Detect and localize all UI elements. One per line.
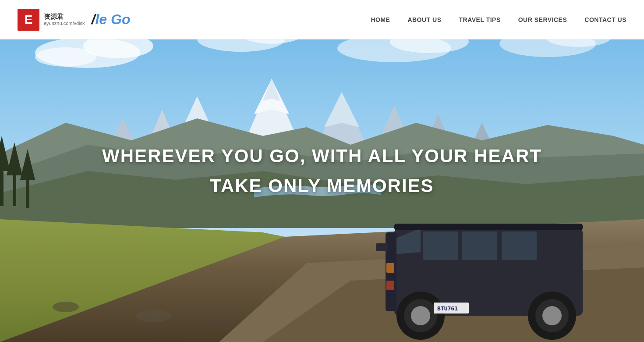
hero-line1: WHEREVER YOU GO, WITH ALL YOUR HEART: [102, 146, 542, 167]
svg-point-49: [411, 306, 430, 325]
nav-travel-tips[interactable]: TRAVEL TIPS: [459, 16, 501, 23]
logo-icon: E: [18, 9, 39, 31]
svg-point-33: [53, 302, 79, 312]
main-nav: HOME ABOUT US TRAVEL TIPS OUR SERVICES C…: [371, 16, 626, 23]
logo-text: 资源君 eyunzhu.com/vdisk: [44, 13, 85, 26]
svg-point-32: [208, 320, 230, 329]
site-header: E 资源君 eyunzhu.com/vdisk /le Go HOME ABOU…: [0, 0, 644, 39]
logo-url: eyunzhu.com/vdisk: [44, 21, 85, 26]
svg-rect-55: [386, 281, 394, 290]
svg-rect-36: [13, 175, 16, 206]
svg-rect-38: [26, 180, 29, 208]
svg-point-3: [35, 47, 96, 67]
nav-services[interactable]: OUR SERVICES: [518, 16, 567, 23]
hero-line2: TAKE ONLY MEMORIES: [102, 175, 542, 196]
svg-rect-46: [394, 224, 583, 230]
svg-rect-43: [423, 232, 458, 260]
svg-rect-54: [386, 263, 394, 273]
nav-about[interactable]: ABOUT US: [407, 16, 441, 23]
logo-tagline-text: le Go: [95, 11, 130, 27]
logo-area: E 资源君 eyunzhu.com/vdisk /le Go: [18, 9, 130, 31]
svg-rect-34: [0, 171, 4, 206]
nav-home[interactable]: HOME: [371, 16, 390, 23]
nav-contact[interactable]: CONTACT US: [584, 16, 626, 23]
svg-point-31: [136, 309, 171, 322]
svg-point-52: [542, 306, 562, 325]
svg-rect-53: [376, 243, 388, 251]
hero-section: BTU761 WHEREVER YOU GO, WITH ALL YOUR HE…: [0, 0, 644, 342]
logo-chinese: 资源君: [44, 13, 85, 21]
svg-rect-45: [502, 232, 537, 260]
svg-text:BTU761: BTU761: [437, 305, 458, 312]
svg-rect-44: [462, 232, 497, 260]
hero-text-overlay: WHEREVER YOU GO, WITH ALL YOUR HEART TAK…: [102, 146, 542, 196]
logo-tagline: /le Go: [92, 11, 131, 28]
